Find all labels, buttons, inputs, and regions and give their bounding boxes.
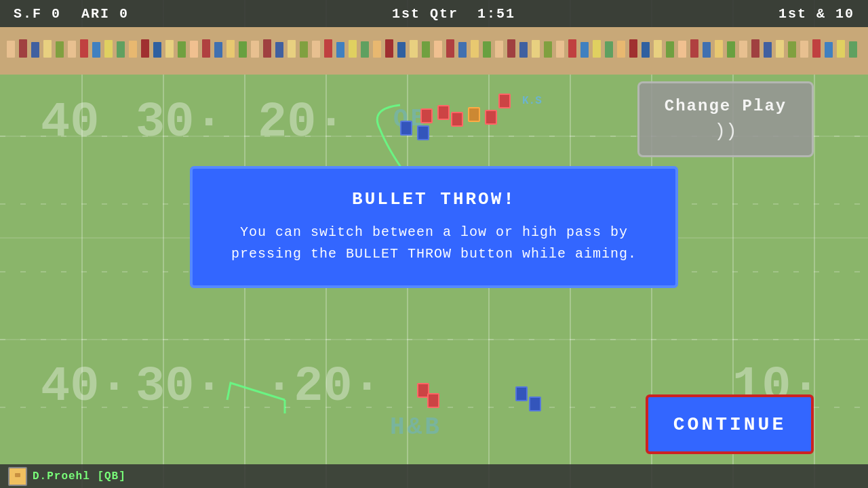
svg-rect-59	[715, 40, 723, 58]
svg-rect-49	[593, 40, 601, 58]
player-bottom-4	[529, 396, 541, 411]
svg-rect-50	[605, 41, 613, 58]
svg-rect-37	[446, 39, 454, 58]
player-4	[468, 107, 480, 122]
svg-rect-10	[117, 41, 125, 58]
svg-rect-54	[654, 40, 662, 58]
hud-bar: S.F 0 ARI 0 1st Qtr 1:51 1st & 10	[0, 0, 868, 27]
yard-num-40-bottom: 40·	[41, 359, 129, 415]
svg-rect-42	[507, 39, 515, 58]
svg-rect-3	[31, 42, 39, 58]
player-bottom-2	[427, 393, 439, 408]
svg-rect-2	[19, 39, 27, 58]
score-display: S.F 0	[14, 6, 61, 22]
formation-label-bottom: H&B	[390, 413, 442, 441]
tutorial-title: BULLET THROW!	[220, 189, 648, 209]
svg-rect-9	[104, 40, 113, 58]
svg-rect-18	[214, 42, 222, 58]
svg-rect-20	[239, 41, 247, 58]
svg-rect-287	[15, 473, 20, 477]
svg-rect-34	[410, 40, 418, 58]
svg-rect-5	[56, 41, 64, 58]
player-6	[498, 94, 511, 108]
change-play-label: Change Play	[656, 97, 795, 115]
change-play-button[interactable]: Change Play ))	[637, 81, 814, 157]
svg-rect-57	[690, 39, 698, 58]
player-5	[485, 110, 497, 125]
svg-rect-60	[727, 41, 735, 58]
yard-num-30-left: 30·	[136, 95, 224, 150]
svg-rect-48	[580, 42, 589, 58]
svg-rect-68	[825, 42, 833, 58]
yard-num-20-bottom: ·20·	[264, 359, 382, 415]
svg-rect-61	[739, 41, 747, 58]
svg-rect-39	[471, 40, 479, 58]
yard-num-30-bottom: 30·	[136, 359, 224, 415]
yard-num-40-left: 40	[41, 95, 99, 150]
defender-1	[400, 121, 412, 136]
ks-label: K.S	[522, 95, 542, 107]
svg-rect-27	[324, 39, 332, 58]
svg-rect-35	[422, 41, 430, 58]
svg-rect-52	[629, 39, 637, 58]
svg-rect-53	[642, 42, 650, 58]
svg-rect-56	[678, 41, 686, 58]
svg-rect-69	[837, 40, 845, 58]
svg-rect-66	[800, 41, 808, 58]
player-2	[437, 105, 450, 120]
svg-rect-51	[617, 41, 625, 58]
svg-rect-26	[312, 41, 320, 58]
svg-rect-63	[764, 42, 772, 58]
svg-rect-32	[385, 39, 393, 58]
svg-rect-70	[849, 41, 857, 58]
svg-rect-6	[68, 41, 76, 58]
player-avatar	[8, 467, 27, 486]
svg-rect-58	[703, 42, 711, 58]
svg-rect-15	[178, 41, 186, 58]
yard-num-20-top: 20·	[258, 95, 346, 150]
continue-label: CONTINUE	[673, 414, 786, 435]
svg-rect-45	[544, 41, 552, 58]
svg-rect-25	[300, 41, 308, 58]
svg-rect-65	[788, 41, 796, 58]
svg-rect-41	[495, 41, 503, 58]
svg-rect-31	[373, 41, 381, 58]
player-name: D.Proehl [QB]	[33, 470, 126, 483]
svg-rect-55	[666, 41, 674, 58]
svg-rect-19	[226, 40, 235, 58]
svg-rect-30	[361, 41, 369, 58]
svg-rect-23	[275, 42, 283, 58]
player-1	[420, 108, 433, 123]
svg-rect-17	[202, 39, 210, 58]
svg-rect-13	[153, 42, 161, 58]
svg-rect-11	[129, 41, 137, 58]
svg-rect-22	[263, 39, 271, 58]
svg-rect-46	[556, 41, 564, 58]
tutorial-body: You can switch between a low or high pas…	[220, 222, 648, 265]
svg-rect-8	[92, 42, 100, 58]
svg-rect-33	[397, 42, 406, 58]
bottom-bar: D.Proehl [QB]	[0, 464, 868, 488]
svg-rect-12	[141, 39, 149, 58]
crowd-area	[0, 27, 868, 75]
svg-rect-21	[251, 41, 259, 58]
quarter-display: 1st Qtr 1:51	[392, 6, 515, 22]
svg-rect-64	[776, 40, 784, 58]
svg-rect-43	[519, 42, 528, 58]
player-bottom-3	[515, 386, 528, 401]
svg-rect-47	[568, 39, 576, 58]
svg-rect-67	[812, 39, 821, 58]
svg-rect-1	[7, 41, 15, 58]
svg-rect-28	[336, 42, 344, 58]
svg-rect-40	[483, 41, 491, 58]
svg-rect-24	[288, 40, 296, 58]
svg-rect-36	[434, 41, 442, 58]
tutorial-popup: BULLET THROW! You can switch between a l…	[190, 166, 678, 288]
down-distance: 1st & 10	[778, 6, 854, 22]
svg-rect-44	[532, 40, 540, 58]
svg-rect-62	[751, 39, 760, 58]
svg-rect-14	[165, 40, 174, 58]
svg-rect-29	[349, 40, 357, 58]
score-right: ARI 0	[81, 6, 129, 22]
continue-button[interactable]: CONTINUE	[646, 394, 814, 454]
